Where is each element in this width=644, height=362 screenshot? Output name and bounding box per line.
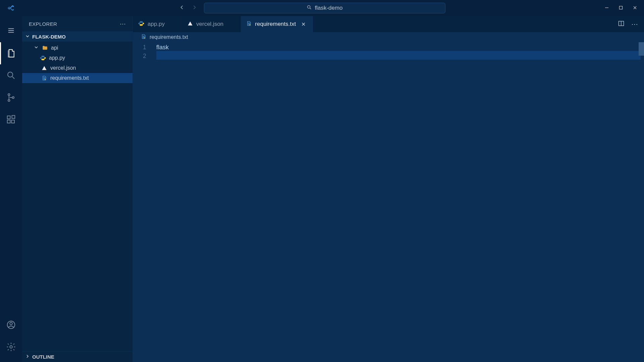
svg-rect-6 bbox=[7, 116, 10, 119]
tree-item-label: vercel.json bbox=[50, 65, 76, 71]
python-file-icon bbox=[138, 20, 144, 28]
tree-file-vercel-json[interactable]: vercel.json bbox=[22, 63, 132, 73]
tab-label: requirements.txt bbox=[255, 21, 296, 27]
sidebar-more-icon[interactable]: ⋯ bbox=[120, 20, 126, 27]
code-editor[interactable]: 1 2 flask bbox=[133, 42, 644, 362]
editor-tabs: app.py ✕ vercel.json ✕ requirements.txt … bbox=[133, 16, 644, 32]
editor-area: app.py ✕ vercel.json ✕ requirements.txt … bbox=[133, 16, 644, 362]
tab-vercel-json[interactable]: vercel.json ✕ bbox=[182, 16, 241, 32]
code-line: flask bbox=[156, 43, 644, 52]
folder-header[interactable]: FLASK-DEMO bbox=[22, 32, 132, 42]
svg-rect-8 bbox=[11, 120, 14, 123]
svg-point-13 bbox=[45, 79, 46, 80]
vercel-file-icon bbox=[41, 65, 48, 71]
search-text: flask-demo bbox=[315, 5, 342, 11]
nav-forward-icon[interactable] bbox=[191, 4, 198, 12]
tab-label: app.py bbox=[148, 21, 165, 27]
activity-account-icon[interactable] bbox=[0, 314, 22, 336]
activity-extensions-icon[interactable] bbox=[0, 109, 22, 131]
svg-point-5 bbox=[12, 97, 14, 99]
svg-point-11 bbox=[10, 322, 12, 325]
tree-item-label: app.py bbox=[49, 55, 65, 61]
breadcrumb[interactable]: requirements.txt bbox=[133, 32, 644, 42]
tree-file-app-py[interactable]: app.py bbox=[22, 53, 132, 63]
python-file-icon bbox=[40, 55, 46, 61]
chevron-down-icon bbox=[25, 34, 30, 40]
tree-folder-api[interactable]: api bbox=[22, 43, 132, 53]
folder-name: FLASK-DEMO bbox=[32, 34, 66, 40]
tree-item-label: requirements.txt bbox=[50, 75, 89, 81]
workspace: EXPLORER ⋯ FLASK-DEMO api app.py vercel.… bbox=[0, 16, 644, 362]
svg-rect-1 bbox=[620, 6, 623, 9]
text-file-icon bbox=[141, 34, 146, 41]
activity-bar bbox=[0, 16, 22, 362]
scrollbar-thumb[interactable] bbox=[639, 42, 644, 56]
activity-source-control-icon[interactable] bbox=[0, 86, 22, 109]
tab-requirements-txt[interactable]: requirements.txt ✕ bbox=[241, 16, 313, 32]
activity-settings-icon[interactable] bbox=[0, 336, 22, 358]
svg-point-12 bbox=[10, 346, 12, 348]
outline-section-header[interactable]: OUTLINE bbox=[22, 351, 132, 362]
chevron-down-icon bbox=[34, 45, 39, 51]
editor-actions: ⋯ bbox=[618, 16, 644, 32]
current-line-highlight bbox=[156, 51, 641, 60]
split-editor-icon[interactable] bbox=[618, 20, 625, 28]
window-controls bbox=[604, 5, 640, 11]
file-tree: api app.py vercel.json requirements.txt bbox=[22, 42, 132, 83]
svg-point-2 bbox=[8, 72, 13, 77]
nav-back-icon[interactable] bbox=[178, 4, 185, 12]
code-lines[interactable]: flask bbox=[156, 42, 644, 362]
title-bar: flask-demo bbox=[0, 0, 644, 16]
chevron-right-icon bbox=[25, 354, 30, 360]
line-gutter: 1 2 bbox=[133, 42, 156, 362]
vscode-logo-icon bbox=[4, 4, 17, 12]
svg-point-4 bbox=[8, 100, 10, 102]
tree-item-label: api bbox=[51, 45, 58, 51]
command-center-search[interactable]: flask-demo bbox=[204, 3, 445, 13]
svg-point-16 bbox=[144, 37, 145, 38]
text-file-icon bbox=[41, 75, 48, 81]
svg-point-0 bbox=[308, 5, 310, 8]
svg-point-14 bbox=[249, 24, 250, 25]
activity-search-icon[interactable] bbox=[0, 64, 22, 86]
menu-button[interactable] bbox=[0, 22, 22, 39]
line-number: 2 bbox=[133, 52, 146, 60]
vercel-file-icon bbox=[187, 21, 193, 28]
svg-point-3 bbox=[8, 94, 10, 96]
nav-arrows bbox=[178, 4, 198, 12]
close-icon[interactable] bbox=[633, 5, 637, 11]
sidebar-title: EXPLORER bbox=[29, 21, 57, 27]
activity-explorer-icon[interactable] bbox=[0, 42, 22, 64]
tree-file-requirements-txt[interactable]: requirements.txt bbox=[22, 73, 132, 83]
sidebar-title-row: EXPLORER ⋯ bbox=[22, 16, 132, 32]
search-icon bbox=[307, 5, 312, 12]
scrollbar-track[interactable] bbox=[639, 42, 644, 362]
svg-rect-9 bbox=[12, 116, 15, 119]
explorer-sidebar: EXPLORER ⋯ FLASK-DEMO api app.py vercel.… bbox=[22, 16, 133, 362]
breadcrumb-file: requirements.txt bbox=[150, 34, 188, 40]
line-number: 1 bbox=[133, 43, 146, 52]
folder-icon bbox=[42, 45, 48, 51]
svg-rect-7 bbox=[7, 120, 10, 123]
editor-more-icon[interactable]: ⋯ bbox=[631, 20, 638, 28]
outline-label: OUTLINE bbox=[32, 354, 54, 360]
text-file-icon bbox=[246, 21, 252, 28]
tab-app-py[interactable]: app.py ✕ bbox=[133, 16, 182, 32]
maximize-icon[interactable] bbox=[619, 5, 623, 11]
tab-close-icon[interactable]: ✕ bbox=[301, 21, 306, 27]
tab-label: vercel.json bbox=[196, 21, 223, 27]
minimize-icon[interactable] bbox=[604, 5, 609, 11]
